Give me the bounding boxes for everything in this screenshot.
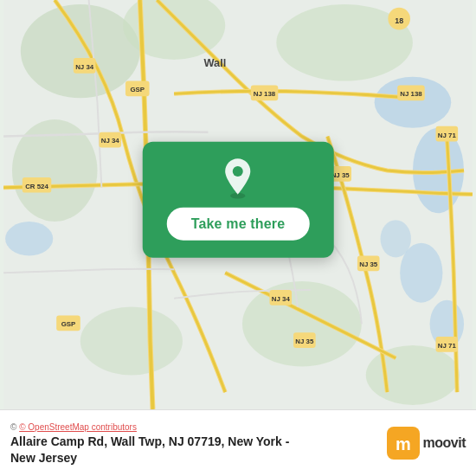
svg-text:NJ 71: NJ 71 bbox=[438, 132, 457, 139]
svg-point-46 bbox=[233, 166, 243, 177]
app-container: NJ 34 NJ 34 NJ 138 NJ 138 18 GSP GSP CR … bbox=[0, 0, 476, 476]
moovit-logo-icon: m bbox=[387, 427, 420, 460]
svg-text:GSP: GSP bbox=[130, 86, 145, 93]
location-card: Take me there bbox=[143, 142, 334, 258]
address-text: Allaire Camp Rd, Wall Twp, NJ 07719, New… bbox=[10, 434, 376, 467]
svg-point-6 bbox=[5, 222, 53, 255]
moovit-brand-text: moovit bbox=[423, 435, 466, 451]
svg-point-7 bbox=[21, 4, 140, 98]
svg-text:NJ 34: NJ 34 bbox=[101, 137, 120, 145]
copyright-symbol: © bbox=[10, 422, 19, 432]
map-container: NJ 34 NJ 34 NJ 138 NJ 138 18 GSP GSP CR … bbox=[0, 0, 476, 409]
svg-text:NJ 35: NJ 35 bbox=[359, 261, 378, 268]
svg-text:NJ 138: NJ 138 bbox=[254, 90, 276, 98]
svg-text:NJ 35: NJ 35 bbox=[295, 338, 314, 345]
osm-attribution: © © OpenStreetMap contributors bbox=[10, 422, 376, 432]
svg-text:NJ 35: NJ 35 bbox=[331, 171, 351, 179]
location-pin-icon bbox=[217, 158, 259, 199]
svg-text:NJ 71: NJ 71 bbox=[438, 342, 457, 350]
osm-link[interactable]: © OpenStreetMap contributors bbox=[19, 422, 137, 432]
svg-point-13 bbox=[366, 345, 460, 405]
svg-text:NJ 34: NJ 34 bbox=[75, 63, 94, 71]
moovit-logo: m moovit bbox=[387, 427, 466, 460]
svg-text:m: m bbox=[396, 434, 411, 453]
svg-point-5 bbox=[380, 220, 410, 257]
svg-text:Wall: Wall bbox=[203, 56, 226, 69]
info-bar: © © OpenStreetMap contributors Allaire C… bbox=[0, 409, 476, 476]
svg-point-1 bbox=[375, 77, 452, 128]
svg-point-12 bbox=[80, 307, 183, 376]
svg-point-11 bbox=[242, 281, 362, 367]
svg-text:18: 18 bbox=[395, 16, 403, 25]
svg-text:NJ 34: NJ 34 bbox=[272, 295, 291, 303]
svg-text:GSP: GSP bbox=[61, 320, 76, 328]
svg-text:NJ 138: NJ 138 bbox=[400, 90, 422, 98]
svg-text:CR 524: CR 524 bbox=[25, 183, 48, 190]
address-section: © © OpenStreetMap contributors Allaire C… bbox=[10, 419, 376, 467]
take-me-there-button[interactable]: Take me there bbox=[167, 208, 310, 241]
